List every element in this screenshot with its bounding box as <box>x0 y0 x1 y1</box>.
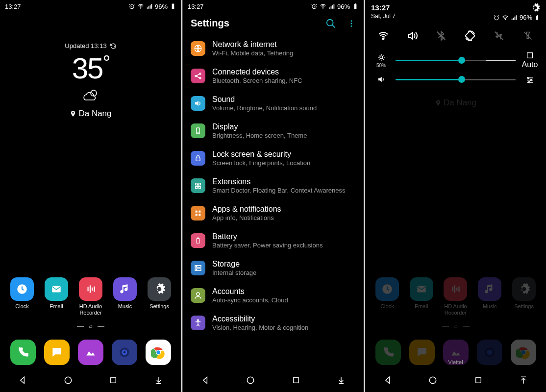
settings-item-title: Apps & notifications <box>212 205 356 214</box>
svg-rect-18 <box>111 378 116 383</box>
svg-rect-8 <box>90 285 91 293</box>
svg-point-26 <box>351 25 352 26</box>
qs-rotation[interactable] <box>462 28 478 44</box>
app-icon <box>113 277 137 301</box>
nav-recent[interactable] <box>107 374 119 386</box>
settings-item-subtitle: Volume, Ringtone, Notification sound <box>212 104 356 112</box>
shade-datetime[interactable]: 13:27 Sat, Jul 7 <box>371 3 396 20</box>
qs-sound[interactable] <box>404 28 420 44</box>
volume-slider[interactable] <box>396 79 516 80</box>
settings-item-subtitle: App info, Notifications <box>212 214 356 221</box>
svg-rect-33 <box>196 158 200 161</box>
svg-point-59 <box>505 19 505 19</box>
svg-rect-36 <box>196 214 198 216</box>
svg-point-23 <box>327 19 333 25</box>
svg-point-43 <box>196 270 197 270</box>
app-label: Clock <box>15 303 29 310</box>
settings-item-storage[interactable]: Storage Internal storage <box>183 254 364 282</box>
settings-item-connected-devices[interactable]: Connected devices Bluetooth, Screen shar… <box>183 62 364 90</box>
svg-rect-10 <box>94 286 95 292</box>
svg-point-17 <box>65 377 71 383</box>
svg-point-13 <box>124 351 125 353</box>
svg-rect-37 <box>199 214 200 216</box>
dock-messages[interactable] <box>44 340 70 365</box>
nav-home[interactable] <box>62 374 74 386</box>
app-icon <box>148 277 171 301</box>
storage-icon <box>191 261 205 275</box>
nav-dropdown[interactable] <box>153 374 165 386</box>
volume-slider-row <box>365 72 546 87</box>
app-label: Email <box>415 303 428 310</box>
accessibility-icon <box>191 316 205 330</box>
qs-data[interactable] <box>491 28 507 44</box>
location-name-dim: Da Nang <box>444 98 476 108</box>
nav-back[interactable] <box>382 374 394 386</box>
settings-item-accessibility[interactable]: Accessibility Vision, Hearing, Motor & c… <box>183 309 364 337</box>
search-icon[interactable] <box>325 18 336 29</box>
dock-camera[interactable] <box>112 340 137 365</box>
svg-rect-34 <box>196 211 198 213</box>
app-hd-audio-recorder[interactable]: HD Audio Recorder <box>75 277 106 316</box>
more-icon[interactable] <box>347 18 356 29</box>
svg-rect-22 <box>355 3 356 4</box>
app-clock: Clock <box>372 277 403 316</box>
settings-item-extensions[interactable]: Extensions Smart Doctor, Floating Bar, C… <box>183 172 364 199</box>
qs-flashlight[interactable] <box>520 28 536 44</box>
status-bar: 13:27 96% <box>0 0 181 13</box>
app-label: Music <box>483 303 497 310</box>
weather-updated: Updated 13:13 <box>65 42 106 49</box>
brightness-label: 50% <box>376 63 386 68</box>
nav-home[interactable] <box>245 374 256 386</box>
nav-back[interactable] <box>199 374 211 386</box>
equalizer-icon[interactable] <box>525 75 534 84</box>
settings-list[interactable]: Network & internet Wi-Fi, Mobile data, T… <box>183 35 364 392</box>
settings-screen: 13:27 96% Settings Network & internet Wi… <box>182 0 364 392</box>
svg-point-55 <box>487 350 492 355</box>
app-label: Settings <box>149 303 169 310</box>
qs-wifi[interactable] <box>375 28 391 44</box>
settings-item-accounts[interactable]: Accounts Auto-sync accounts, Cloud <box>183 282 364 309</box>
settings-item-apps-notifications[interactable]: Apps & notifications App info, Notificat… <box>183 199 364 227</box>
dock <box>0 340 181 365</box>
settings-item-lock-screen-security[interactable]: Lock screen & security Screen lock, Fing… <box>183 145 364 172</box>
weather-widget[interactable]: Updated 13:13 35° Da Nang <box>0 42 181 119</box>
app-music[interactable]: Music <box>109 277 141 316</box>
navigation-bar <box>365 368 546 392</box>
nav-home[interactable] <box>427 374 439 386</box>
app-hd-audio-recorder: HD Audio Recorder <box>440 277 471 316</box>
auto-brightness-checkbox[interactable] <box>526 51 534 59</box>
app-clock[interactable]: Clock <box>6 277 38 316</box>
nav-dropdown[interactable] <box>335 374 347 386</box>
nav-collapse[interactable] <box>518 374 529 386</box>
settings-item-sound[interactable]: Sound Volume, Ringtone, Notification sou… <box>183 90 364 117</box>
settings-item-subtitle: Brightness, Home screen, Theme <box>212 132 356 139</box>
settings-item-network-internet[interactable]: Network & internet Wi-Fi, Mobile data, T… <box>183 35 364 62</box>
dock-chrome[interactable] <box>146 340 171 365</box>
grid-icon <box>191 206 205 220</box>
svg-rect-60 <box>536 16 538 20</box>
dock-phone[interactable] <box>10 340 36 365</box>
nav-recent[interactable] <box>290 374 302 386</box>
weather-condition-icon <box>0 88 181 106</box>
brightness-slider[interactable] <box>396 60 516 61</box>
refresh-icon[interactable] <box>110 43 117 49</box>
alarm-icon <box>128 3 135 10</box>
battery-icon <box>534 14 540 21</box>
nav-back[interactable] <box>17 374 28 386</box>
app-label: Clock <box>380 303 394 310</box>
app-email[interactable]: Email <box>41 277 72 316</box>
signal-icon <box>511 14 518 21</box>
settings-item-title: Accessibility <box>212 315 356 323</box>
dock-gallery[interactable] <box>78 340 103 365</box>
nav-recent[interactable] <box>472 374 484 386</box>
notification-shade[interactable]: 13:27 Sat, Jul 7 96% <box>365 0 546 95</box>
app-settings[interactable]: Settings <box>144 277 175 316</box>
auto-label: Auto <box>522 60 538 69</box>
page-indicator[interactable] <box>0 324 181 328</box>
svg-point-25 <box>351 23 352 24</box>
settings-gear-icon[interactable] <box>530 3 540 13</box>
settings-item-display[interactable]: Display Brightness, Home screen, Theme <box>183 117 364 145</box>
svg-rect-51 <box>454 285 455 293</box>
qs-bluetooth[interactable] <box>433 28 449 44</box>
settings-item-battery[interactable]: Battery Battery saver, Power saving excl… <box>183 227 364 254</box>
